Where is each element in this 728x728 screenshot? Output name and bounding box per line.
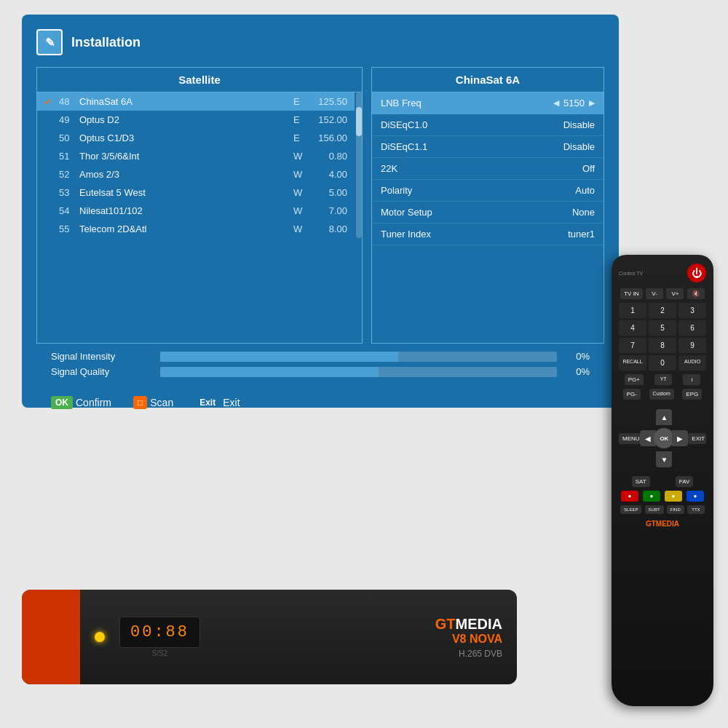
remote-btn-2[interactable]: 2 (649, 303, 676, 318)
item-dir: W (293, 169, 308, 180)
remote-color-row: ● ● ● ● (619, 491, 706, 502)
remote-sat-button[interactable]: SAT (632, 476, 650, 487)
remote-menu-button[interactable]: MENU (619, 433, 640, 444)
scrollbar-thumb (356, 107, 362, 136)
settings-panel-header: ChinaSat 6A (372, 68, 604, 92)
remote-btn-6[interactable]: 6 (678, 320, 706, 336)
satellite-panel: Satellite ✔ 48 ChinaSat 6A E 125.50 (36, 67, 363, 344)
remote-yellow-button[interactable]: ● (665, 491, 682, 502)
remote-find-button[interactable]: FIND (667, 505, 684, 514)
satellite-item[interactable]: ✔ 48 ChinaSat 6A E 125.50 (37, 92, 355, 111)
remote-btn-8[interactable]: 8 (649, 338, 676, 353)
remote-custom-button[interactable]: Custom (649, 389, 674, 400)
device-body: 00:88 S/S2 GTMEDIA V8 NOVA H.265 DVB (80, 590, 517, 684)
exit-button[interactable]: Exit Exit (195, 396, 240, 409)
settings-row-diseqc11[interactable]: DiSEqC1.1 Disable (372, 136, 604, 158)
remote-btn-4[interactable]: 4 (619, 320, 646, 336)
satellite-item[interactable]: 53 Eutelsat 5 West W 5.00 (37, 183, 355, 202)
remote-pgminus-button[interactable]: PG- (623, 389, 641, 400)
remote-blue-button[interactable]: ● (687, 491, 704, 502)
satellite-list: ✔ 48 ChinaSat 6A E 125.50 49 Optus D2 E … (37, 92, 355, 238)
remote-label-control: Control TV (619, 271, 643, 276)
remote-subt-button[interactable]: SUBT (645, 505, 664, 514)
item-deg: 7.00 (311, 205, 347, 216)
remote-exit-button[interactable]: EXIT (688, 433, 706, 444)
settings-row-motor[interactable]: Motor Setup None (372, 202, 604, 223)
item-num: 53 (59, 187, 79, 198)
diseqc11-label: DiSEqC1.1 (381, 141, 563, 152)
tuner-value: tuner1 (568, 229, 595, 240)
remote-mute-button[interactable]: 🔇 (687, 288, 705, 299)
remote-pgplus-button[interactable]: PG+ (625, 374, 644, 385)
satellite-item[interactable]: 55 Telecom 2D&Atl W 8.00 (37, 220, 355, 238)
diseqc11-value: Disable (563, 141, 595, 152)
device-branding: GTMEDIA V8 NOVA H.265 DVB (435, 616, 502, 659)
remote-vol-up-button[interactable]: V+ (666, 288, 684, 299)
signal-intensity-bar (160, 352, 398, 362)
remote-sleep-row: SLEEP SUBT FIND TTX (619, 505, 706, 514)
settings-row-tuner[interactable]: Tuner Index tuner1 (372, 223, 604, 245)
scan-button[interactable]: □ Scan (133, 396, 173, 409)
dpad-down-button[interactable]: ▼ (656, 451, 672, 467)
remote-vol-down-button[interactable]: V- (646, 288, 663, 299)
ok-confirm-button[interactable]: OK Confirm (51, 396, 111, 409)
remote-btn-1[interactable]: 1 (619, 303, 646, 318)
22k-value: Off (582, 163, 595, 174)
settings-row-polarity[interactable]: Polarity Auto (372, 180, 604, 202)
polarity-label: Polarity (381, 185, 575, 196)
remote-fav-button[interactable]: FAV (676, 476, 694, 487)
remote-epg-button[interactable]: EPG (682, 389, 702, 400)
settings-panel: ChinaSat 6A LNB Freq ◀ 5150 ▶ DiSEqC1.0 … (371, 67, 604, 344)
signal-intensity-label: Signal Intensity (51, 351, 153, 362)
remote-numpad: 1 2 3 4 5 6 7 8 9 RECALL 0 AUDIO (619, 303, 706, 371)
tv-screen: ✎ Installation Satellite ✔ 48 ChinaSat 6… (22, 15, 619, 408)
remote-control: Control TV ⏻ TV IN V- V+ 🔇 1 2 3 4 5 6 7… (612, 255, 713, 706)
dpad-ok-button[interactable]: OK (654, 428, 674, 448)
item-num: 52 (59, 169, 79, 180)
brand-gt: GT (435, 616, 456, 632)
remote-ttx-button[interactable]: TTX (687, 505, 705, 514)
remote-green-button[interactable]: ● (643, 491, 660, 502)
remote-power-button[interactable]: ⏻ (687, 264, 706, 282)
satellite-item[interactable]: 52 Amos 2/3 W 4.00 (37, 165, 355, 183)
remote-btn-recall[interactable]: RECALL (619, 355, 646, 371)
button-row: OK Confirm □ Scan Exit Exit (36, 389, 604, 416)
arrow-left-icon: ◀ (553, 98, 559, 108)
remote-sat-row: SAT FAV (619, 476, 706, 487)
device-led (95, 632, 105, 642)
device-specs: H.265 DVB (435, 649, 502, 659)
remote-btn-9[interactable]: 9 (678, 338, 706, 353)
device-display-container: 00:88 S/S2 (119, 617, 200, 657)
remote-sleep-button[interactable]: SLEEP (620, 505, 641, 514)
satellite-item[interactable]: 54 Nilesat101/102 W 7.00 (37, 202, 355, 220)
main-content: Satellite ✔ 48 ChinaSat 6A E 125.50 (36, 67, 604, 344)
satellite-panel-header: Satellite (37, 68, 362, 92)
remote-youtube-button[interactable]: YT (654, 374, 672, 385)
remote-info-button[interactable]: i (683, 374, 700, 385)
remote-btn-5[interactable]: 5 (649, 320, 676, 336)
item-dir: W (293, 187, 308, 198)
signal-intensity-bar-container (160, 352, 557, 362)
dpad-up-button[interactable]: ▲ (656, 409, 672, 425)
remote-btn-audio[interactable]: AUDIO (678, 355, 706, 371)
satellite-item[interactable]: 50 Optus C1/D3 E 156.00 (37, 129, 355, 147)
item-deg: 0.80 (311, 151, 347, 162)
item-name: ChinaSat 6A (79, 96, 293, 107)
device-box: 00:88 S/S2 GTMEDIA V8 NOVA H.265 DVB (22, 590, 517, 684)
remote-btn-0[interactable]: 0 (649, 355, 676, 371)
remote-btn-7[interactable]: 7 (619, 338, 646, 353)
settings-row-22k[interactable]: 22K Off (372, 158, 604, 180)
remote-red-button[interactable]: ● (621, 491, 638, 502)
scrollbar[interactable] (356, 92, 362, 238)
satellite-item[interactable]: 51 Thor 3/5/6&Int W 0.80 (37, 147, 355, 165)
dpad-right-button[interactable]: ▶ (672, 430, 688, 446)
satellite-list-container: ✔ 48 ChinaSat 6A E 125.50 49 Optus D2 E … (37, 92, 362, 238)
remote-pg-row: PG+ YT i (619, 374, 706, 385)
brand-v8nova: V8 NOVA (435, 633, 502, 646)
remote-tvin-button[interactable]: TV IN (620, 288, 642, 299)
remote-tv-row: TV IN V- V+ 🔇 (619, 288, 706, 299)
satellite-item[interactable]: 49 Optus D2 E 152.00 (37, 111, 355, 129)
settings-row-diseqc10[interactable]: DiSEqC1.0 Disable (372, 114, 604, 136)
settings-row-lnbfreq[interactable]: LNB Freq ◀ 5150 ▶ (372, 92, 604, 114)
remote-btn-3[interactable]: 3 (678, 303, 706, 318)
